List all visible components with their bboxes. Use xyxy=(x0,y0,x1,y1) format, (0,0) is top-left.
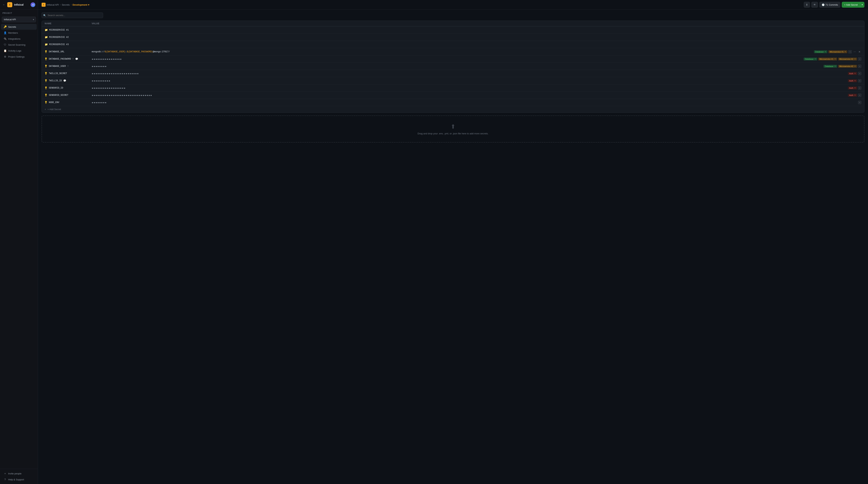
tag-remove-icon[interactable]: ✕ xyxy=(854,80,856,82)
tag-add-button[interactable]: + xyxy=(858,57,861,61)
commits-button[interactable]: 🕐 71 Commits xyxy=(819,2,840,8)
sidebar-item-project-settings[interactable]: ⚙ Project Settings xyxy=(1,54,37,60)
log-icon: 📋 xyxy=(4,49,6,52)
secret-dots: ●●●●●●●●●●●●●●●●●●●●●●●●● xyxy=(92,72,139,75)
breadcrumb-project[interactable]: Infisical API xyxy=(46,3,59,6)
table-row[interactable]: 🔑 DATABASE_PASSWORD ⑂ 💬 ●●●●●●●●●●●●●●●●… xyxy=(42,55,864,63)
tag-microservice1[interactable]: Microservice #1 ✕ xyxy=(828,50,847,53)
back-button[interactable]: ← xyxy=(3,3,5,6)
tag-remove-icon[interactable]: ✕ xyxy=(844,51,846,53)
topbar-actions: ⬇ 👁 🕐 71 Commits + Add Secret ▾ xyxy=(804,2,864,8)
breadcrumb-secrets[interactable]: Secrets xyxy=(62,3,70,6)
tag-microservice2[interactable]: Microservice #2 ✕ xyxy=(838,58,857,60)
project-name: Infisical API xyxy=(4,18,16,21)
secret-dots: ●●●●●●●●●●●●●●●●●● xyxy=(92,87,126,89)
search-bar: 🔍 xyxy=(41,12,103,18)
search-input[interactable] xyxy=(41,12,103,18)
sidebar-item-invite-people[interactable]: + Invite people xyxy=(1,471,37,476)
plus-icon: + xyxy=(4,472,6,475)
tag-add-button[interactable]: + xyxy=(858,101,861,104)
row-more-button[interactable]: ··· xyxy=(853,50,857,54)
tag-database[interactable]: Database ✕ xyxy=(824,65,837,68)
row-value-microservice3 xyxy=(89,43,864,46)
add-secret-group: + Add Secret ▾ xyxy=(842,2,864,8)
tag-remove-icon[interactable]: ✕ xyxy=(814,58,816,60)
row-actions: Auth ✕ + xyxy=(848,86,861,90)
tag-auth[interactable]: Auth ✕ xyxy=(848,87,857,89)
add-secret-dropdown-button[interactable]: ▾ xyxy=(860,2,864,8)
visibility-button[interactable]: 👁 xyxy=(811,2,818,8)
tag-auth[interactable]: Auth ✕ xyxy=(848,72,857,75)
main-content: I Infisical API › Secrets › Development … xyxy=(38,0,868,484)
table-row[interactable]: 🔑 TWILLIO_ID 💬 ●●●●●●●●●● Auth ✕ + xyxy=(42,77,864,84)
chevron-down-icon: ▾ xyxy=(862,3,863,6)
breadcrumb-logo: I xyxy=(41,3,45,7)
tag-remove-icon[interactable]: ✕ xyxy=(854,73,856,75)
tag-database[interactable]: Database ✕ xyxy=(804,58,817,60)
tag-remove-icon[interactable]: ✕ xyxy=(834,65,836,67)
row-close-button[interactable]: ✕ xyxy=(858,50,861,54)
row-name-microservice1: 📁 MICROSERVICE #1 xyxy=(42,27,89,33)
row-actions: Database ✕ Microservice #2 ✕ + xyxy=(824,65,861,68)
nav-label-help: Help & Support xyxy=(8,478,24,481)
table-row[interactable]: 🔑 DATABASE_URL mongodb://${DATABASE_USER… xyxy=(42,48,864,55)
tag-remove-icon[interactable]: ✕ xyxy=(854,94,856,96)
comment-icon: 💬 xyxy=(75,58,78,60)
table-row[interactable]: 📁 MICROSERVICE #2 xyxy=(42,34,864,41)
drag-drop-zone[interactable]: ⬆ Drag and drop your .env, .yml, or .jso… xyxy=(41,116,864,143)
tag-add-button[interactable]: + xyxy=(858,65,861,68)
breadcrumb-sep-2: › xyxy=(71,3,71,6)
fork-icon: ⑂ xyxy=(67,65,69,67)
app-name: Infisical xyxy=(14,3,29,6)
tag-database[interactable]: Database ✕ xyxy=(814,50,827,53)
sidebar-item-secret-scanning[interactable]: 🛡 Secret Scanning xyxy=(1,42,37,48)
sidebar-bottom: + Invite people ? Help & Support xyxy=(0,469,38,484)
tag-remove-icon[interactable]: ✕ xyxy=(854,65,856,67)
commits-label: 71 Commits xyxy=(826,3,838,6)
sidebar-item-members[interactable]: 👤 Members xyxy=(1,30,37,36)
help-icon: ? xyxy=(4,478,6,481)
row-name-sendgrid-id: 🔑 SENDGRID_ID xyxy=(42,85,89,91)
breadcrumb-environment[interactable]: Development ▾ xyxy=(72,3,89,6)
row-value-sendgrid-secret: ●●●●●●●●●●●●●●●●●●●●●●●●●●●●●●●● Auth ✕ … xyxy=(89,92,864,98)
nav-label-invite: Invite people xyxy=(8,472,22,475)
avatar[interactable]: JD xyxy=(31,2,35,7)
tag-add-button[interactable]: + xyxy=(848,50,851,53)
table-row[interactable]: 🔑 SENDGRID_SECRET ●●●●●●●●●●●●●●●●●●●●●●… xyxy=(42,92,864,99)
tag-microservice2[interactable]: Microservice #2 ✕ xyxy=(838,65,857,68)
tag-remove-icon[interactable]: ✕ xyxy=(854,58,856,60)
tag-microservice1[interactable]: Microservice #1 ✕ xyxy=(818,58,837,60)
download-button[interactable]: ⬇ xyxy=(804,2,810,8)
key-icon: 🔑 xyxy=(44,101,48,104)
add-secret-button[interactable]: + Add Secret xyxy=(842,2,860,8)
row-value-database-password: ●●●●●●●●●●●●●●●● Database ✕ Microservice… xyxy=(89,56,864,62)
tag-add-button[interactable]: + xyxy=(858,72,861,75)
table-row[interactable]: 🔑 DATABASE_USER ⑂ ●●●●●●●● Database ✕ Mi… xyxy=(42,63,864,70)
tag-add-button[interactable]: + xyxy=(858,86,861,90)
secret-dots: ●●●●●●●●●● xyxy=(92,79,111,82)
sidebar-header: ← I Infisical JD xyxy=(0,0,38,9)
table-row[interactable]: 🔑 TWILLIO_SECRET ●●●●●●●●●●●●●●●●●●●●●●●… xyxy=(42,70,864,77)
sidebar-item-secrets[interactable]: 🔑 Secrets xyxy=(1,24,37,30)
tag-remove-icon[interactable]: ✕ xyxy=(825,51,826,53)
table-row[interactable]: 📁 MICROSERVICE #3 xyxy=(42,41,864,48)
sidebar-item-integrations[interactable]: 🔌 Integrations xyxy=(1,36,37,41)
sidebar-nav: 🔑 Secrets 👤 Members 🔌 Integrations 🛡 Sec… xyxy=(0,24,38,60)
row-value-sendgrid-id: ●●●●●●●●●●●●●●●●●● Auth ✕ + xyxy=(89,85,864,91)
sidebar-item-activity-logs[interactable]: 📋 Activity Logs xyxy=(1,48,37,54)
table-row[interactable]: 🔑 SENDGRID_ID ●●●●●●●●●●●●●●●●●● Auth ✕ … xyxy=(42,84,864,92)
tag-add-button[interactable]: + xyxy=(858,79,861,82)
user-icon: 👤 xyxy=(4,31,6,34)
tag-remove-icon[interactable]: ✕ xyxy=(854,87,856,89)
table-row[interactable]: 🔑 NODE_ENV ●●●●●●●● + xyxy=(42,99,864,106)
table-row[interactable]: 📁 MICROSERVICE #1 xyxy=(42,26,864,34)
tag-auth[interactable]: Auth ✕ xyxy=(848,94,857,97)
add-secret-inline-button[interactable]: + + Add Secret xyxy=(42,106,864,112)
sidebar-item-help-support[interactable]: ? Help & Support xyxy=(1,477,37,482)
nav-label-secrets: Secrets xyxy=(8,26,16,28)
tag-auth[interactable]: Auth ✕ xyxy=(848,79,857,82)
tag-add-button[interactable]: + xyxy=(858,94,861,97)
tag-remove-icon[interactable]: ✕ xyxy=(834,58,836,60)
project-selector[interactable]: Infisical API ▾ xyxy=(2,17,36,22)
download-icon: ⬇ xyxy=(806,3,808,6)
